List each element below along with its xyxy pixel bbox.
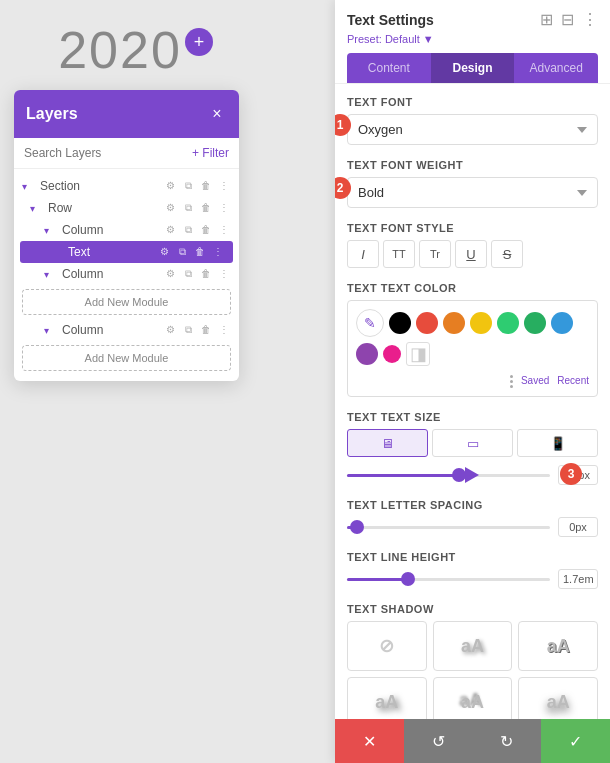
saved-colors-button[interactable]: Saved [521, 375, 549, 388]
shadow-3-option[interactable]: aA [347, 677, 427, 719]
color-blue[interactable] [551, 312, 573, 334]
col1-delete-icon[interactable]: 🗑 [199, 224, 213, 236]
text-font-weight-label: Text Font Weight [347, 159, 598, 171]
color-pink[interactable] [383, 345, 401, 363]
color-gradient-swatch[interactable]: ◨ [406, 342, 430, 366]
add-module-button-1[interactable]: Add New Module [22, 289, 231, 315]
text-copy-icon[interactable]: ⧉ [175, 246, 189, 258]
section-more-icon[interactable]: ⋮ [217, 180, 231, 192]
text-font-style-section: Text Font Style I TT Tr U S [347, 222, 598, 268]
tree-item-text[interactable]: Text ⚙ ⧉ 🗑 ⋮ [20, 241, 233, 263]
text-label: Text [64, 245, 157, 259]
col3-more-icon[interactable]: ⋮ [217, 324, 231, 336]
layers-close-button[interactable]: × [207, 104, 227, 124]
text-more-icon[interactable]: ⋮ [211, 246, 225, 258]
tree-item-column-1[interactable]: ▾ Column ⚙ ⧉ 🗑 ⋮ [14, 219, 239, 241]
tablet-device-btn[interactable]: ▭ [432, 429, 513, 457]
col1-copy-icon[interactable]: ⧉ [181, 224, 195, 236]
toggle-column-2[interactable]: ▾ [44, 269, 58, 280]
color-green-light[interactable] [497, 312, 519, 334]
color-yellow[interactable] [470, 312, 492, 334]
section-copy-icon[interactable]: ⧉ [181, 180, 195, 192]
desktop-device-btn[interactable]: 🖥 [347, 429, 428, 457]
toggle-column-3[interactable]: ▾ [44, 325, 58, 336]
col2-more-icon[interactable]: ⋮ [217, 268, 231, 280]
recent-colors-button[interactable]: Recent [557, 375, 589, 388]
letter-spacing-slider[interactable] [347, 518, 550, 536]
col2-delete-icon[interactable]: 🗑 [199, 268, 213, 280]
text-delete-icon[interactable]: 🗑 [193, 246, 207, 258]
undo-button[interactable]: ↺ [404, 719, 473, 763]
col2-settings-icon[interactable]: ⚙ [163, 268, 177, 280]
toggle-column-1[interactable]: ▾ [44, 225, 58, 236]
shadow-1-option[interactable]: aA [433, 621, 513, 671]
line-height-slider-row: 1.7em [347, 569, 598, 589]
row-more-icon[interactable]: ⋮ [217, 202, 231, 214]
section-delete-icon[interactable]: 🗑 [199, 180, 213, 192]
text-actions: ⚙ ⧉ 🗑 ⋮ [157, 246, 225, 258]
settings-more-icon[interactable]: ⋮ [582, 10, 598, 29]
filter-button[interactable]: + Filter [192, 146, 229, 160]
layers-header: Layers × [14, 90, 239, 138]
color-green[interactable] [524, 312, 546, 334]
shadow-5-option[interactable]: aA [518, 677, 598, 719]
tab-content[interactable]: Content [347, 53, 431, 83]
text-letter-spacing-label: Text Letter Spacing [347, 499, 598, 511]
text-settings-icon[interactable]: ⚙ [157, 246, 171, 258]
cancel-button[interactable]: ✕ [335, 719, 404, 763]
strikethrough-button[interactable]: S [491, 240, 523, 268]
text-font-weight-select[interactable]: Bold [347, 177, 598, 208]
toggle-section[interactable]: ▾ [22, 181, 36, 192]
toggle-row[interactable]: ▾ [30, 203, 44, 214]
color-orange[interactable] [443, 312, 465, 334]
column-2-label: Column [58, 267, 163, 281]
text-color-section: Text Text Color ✎ ◨ Saved Recent [347, 282, 598, 397]
color-black[interactable] [389, 312, 411, 334]
row-delete-icon[interactable]: 🗑 [199, 202, 213, 214]
shadow-none-option[interactable]: ⊘ [347, 621, 427, 671]
row-settings-icon[interactable]: ⚙ [163, 202, 177, 214]
redo-button[interactable]: ↻ [473, 719, 542, 763]
tree-item-column-2[interactable]: ▾ Column ⚙ ⧉ 🗑 ⋮ [14, 263, 239, 285]
text-font-select[interactable]: Oxygen [347, 114, 598, 145]
text-size-slider[interactable] [347, 466, 550, 484]
row-copy-icon[interactable]: ⧉ [181, 202, 195, 214]
shadow-4-option[interactable]: aA [433, 677, 513, 719]
add-module-button-2[interactable]: Add New Module [22, 345, 231, 371]
line-height-slider[interactable] [347, 570, 550, 588]
mobile-device-btn[interactable]: 📱 [517, 429, 598, 457]
italic-button[interactable]: I [347, 240, 379, 268]
settings-grid-icon[interactable]: ⊞ [540, 10, 553, 29]
capitalize-button[interactable]: Tr [419, 240, 451, 268]
col3-copy-icon[interactable]: ⧉ [181, 324, 195, 336]
col1-settings-icon[interactable]: ⚙ [163, 224, 177, 236]
settings-preset[interactable]: Preset: Default ▼ [347, 33, 598, 45]
section-settings-icon[interactable]: ⚙ [163, 180, 177, 192]
tab-advanced[interactable]: Advanced [514, 53, 598, 83]
color-purple[interactable] [356, 343, 378, 365]
tree-item-column-3[interactable]: ▾ Column ⚙ ⧉ 🗑 ⋮ [14, 319, 239, 341]
letter-spacing-value[interactable]: 0px [558, 517, 598, 537]
layers-search-input[interactable] [24, 146, 124, 160]
col3-delete-icon[interactable]: 🗑 [199, 324, 213, 336]
col2-copy-icon[interactable]: ⧉ [181, 268, 195, 280]
settings-split-icon[interactable]: ⊟ [561, 10, 574, 29]
color-saved-row: Saved Recent [356, 375, 589, 388]
underline-button[interactable]: U [455, 240, 487, 268]
settings-panel: Text Settings ⊞ ⊟ ⋮ Preset: Default ▼ Co… [335, 0, 610, 763]
shadow-2-option[interactable]: aA [518, 621, 598, 671]
uppercase-button[interactable]: TT [383, 240, 415, 268]
col1-more-icon[interactable]: ⋮ [217, 224, 231, 236]
settings-tabs: Content Design Advanced [347, 53, 598, 83]
line-height-value[interactable]: 1.7em [558, 569, 598, 589]
add-button[interactable]: + [185, 28, 213, 56]
color-red[interactable] [416, 312, 438, 334]
tree-item-section[interactable]: ▾ Section ⚙ ⧉ 🗑 ⋮ [14, 175, 239, 197]
tab-design[interactable]: Design [431, 53, 515, 83]
text-font-label: Text Font [347, 96, 598, 108]
save-button[interactable]: ✓ [541, 719, 610, 763]
col3-settings-icon[interactable]: ⚙ [163, 324, 177, 336]
more-colors-icon[interactable] [510, 375, 513, 388]
eyedropper-button[interactable]: ✎ [356, 309, 384, 337]
tree-item-row[interactable]: ▾ Row ⚙ ⧉ 🗑 ⋮ [14, 197, 239, 219]
